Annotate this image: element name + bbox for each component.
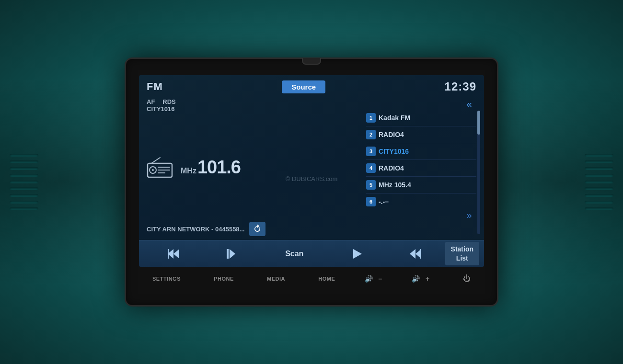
radio-icon-area: MHz 101.6 <box>147 153 360 182</box>
station-item-3[interactable]: 3 CITY1016 <box>366 145 476 158</box>
station-item-1[interactable]: 1 Kadak FM <box>366 111 476 125</box>
station-info-row: CITY ARN NETWORK - 0445558... <box>147 222 360 236</box>
svg-rect-9 <box>168 249 169 259</box>
volume-controls: 🔊 – <box>365 273 386 284</box>
station-item-4[interactable]: 4 RADIO4 <box>366 161 476 175</box>
station-name-3: CITY1016 <box>379 148 473 155</box>
station-item-2[interactable]: 2 RADIO4 <box>366 128 476 141</box>
physical-buttons: SETTINGS PHONE MEDIA HOME 🔊 – 🔊 + ⏻ <box>139 267 484 289</box>
rds-label: RDS <box>162 98 175 105</box>
scroll-thumb <box>477 111 480 135</box>
station-badge-3: 3 <box>366 147 376 156</box>
svg-point-2 <box>152 169 154 171</box>
screen-main: FM Source 12:39 AF RDS CITY1016 <box>139 75 484 267</box>
scroll-bar <box>477 111 480 234</box>
scroll-up-button[interactable]: « <box>462 98 476 110</box>
volume-down-button[interactable]: – <box>375 273 386 284</box>
station-name-6: -.-– <box>379 198 473 205</box>
media-button[interactable]: MEDIA <box>263 274 289 284</box>
prev-icon <box>227 249 235 259</box>
station-info-text: CITY ARN NETWORK - 0445558... <box>147 226 244 233</box>
radio-icon <box>147 157 173 178</box>
station-list-button[interactable]: StationList <box>445 242 479 265</box>
scroll-down-button[interactable]: » <box>462 210 476 221</box>
clock-display: 12:39 <box>445 80 476 93</box>
svg-marker-7 <box>173 249 179 259</box>
station-badge-4: 4 <box>366 163 376 173</box>
skip-back-button[interactable] <box>164 247 183 261</box>
frequency-value: 101.6 <box>197 157 241 178</box>
play-button[interactable] <box>349 247 366 261</box>
station-badge-5: 5 <box>366 180 376 190</box>
play-icon <box>353 249 362 259</box>
right-vent <box>585 134 613 230</box>
prev-button[interactable] <box>223 247 239 261</box>
skip-forward-button[interactable] <box>406 247 425 261</box>
transport-bar: Scan <box>139 240 484 267</box>
station-name-under-label: CITY1016 <box>147 105 360 113</box>
volume-up-icon: 🔊 <box>412 275 420 283</box>
svg-marker-13 <box>410 249 415 259</box>
volume-up-group: 🔊 + <box>412 273 434 284</box>
car-frame: FM Source 12:39 AF RDS CITY1016 <box>0 0 623 364</box>
svg-rect-15 <box>420 249 421 259</box>
station-list-panel: « 1 Kadak FM 2 RADIO4 3 <box>366 98 476 236</box>
volume-icon: 🔊 <box>365 275 373 283</box>
left-vent <box>10 134 38 230</box>
refresh-icon <box>253 225 262 233</box>
station-name-2: RADIO4 <box>379 131 473 138</box>
skip-back-icon <box>168 249 179 259</box>
station-badge-2: 2 <box>366 130 376 139</box>
left-panel: AF RDS CITY1016 <box>147 98 360 236</box>
content-area: AF RDS CITY1016 <box>139 96 484 240</box>
station-badge-6: 6 <box>366 197 376 206</box>
station-name-5: MHz 105.4 <box>379 181 473 189</box>
af-label: AF <box>147 98 155 105</box>
phone-button[interactable]: PHONE <box>210 274 238 284</box>
station-item-6[interactable]: 6 -.-– <box>366 195 476 208</box>
af-rds-row: AF RDS <box>147 98 360 105</box>
home-button[interactable]: HOME <box>314 274 339 284</box>
svg-marker-12 <box>353 249 362 259</box>
svg-marker-10 <box>230 249 235 259</box>
station-badge-1: 1 <box>366 113 376 123</box>
svg-rect-11 <box>227 249 229 259</box>
station-item-5[interactable]: 5 MHz 105.4 <box>366 178 476 192</box>
scan-button[interactable]: Scan <box>279 248 309 260</box>
power-button[interactable]: ⏻ <box>459 273 474 285</box>
source-button[interactable]: Source <box>282 80 325 93</box>
settings-button[interactable]: SETTINGS <box>149 274 185 284</box>
mhz-label: MHz <box>181 167 196 175</box>
camera-notch <box>302 58 321 65</box>
station-name-1: Kadak FM <box>379 114 473 122</box>
top-bar: FM Source 12:39 <box>139 75 484 96</box>
dash-unit: FM Source 12:39 AF RDS CITY1016 <box>125 57 498 307</box>
transport-controls: Scan <box>144 247 445 261</box>
volume-up-button[interactable]: + <box>422 273 434 284</box>
refresh-button[interactable] <box>249 222 265 236</box>
svg-line-6 <box>151 158 160 163</box>
fm-label: FM <box>147 80 163 93</box>
screen-bezel: FM Source 12:39 AF RDS CITY1016 <box>139 75 484 267</box>
station-name-4: RADIO4 <box>379 164 473 172</box>
frequency-display: MHz 101.6 <box>181 157 241 178</box>
skip-forward-icon <box>410 249 421 259</box>
